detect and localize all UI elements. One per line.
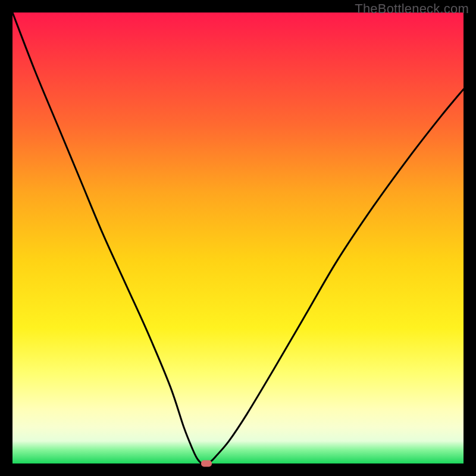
watermark-text: TheBottleneck.com bbox=[355, 1, 469, 17]
plot-area bbox=[12, 12, 464, 464]
minimum-marker bbox=[201, 461, 212, 467]
chart-frame: TheBottleneck.com bbox=[0, 0, 476, 476]
line-curve bbox=[12, 12, 464, 464]
